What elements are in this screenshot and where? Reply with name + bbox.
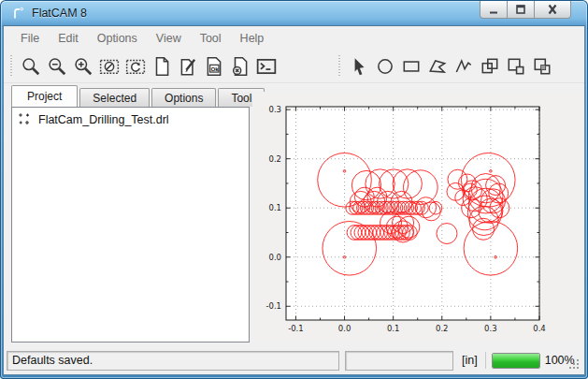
maximize-icon: [513, 3, 528, 16]
progress-fill: [493, 354, 539, 368]
plot-svg: -0.10.00.10.20.30.4-0.10.00.10.20.3: [252, 92, 583, 343]
tab-selected[interactable]: Selected: [79, 88, 150, 107]
svg-text:0.4: 0.4: [533, 324, 546, 333]
menu-tool[interactable]: Tool: [191, 29, 231, 48]
flatcam-logo-icon: [10, 6, 25, 21]
tab-selected-label: Selected: [93, 92, 136, 105]
status-message: Defaults saved.: [12, 354, 93, 367]
select-tool-button[interactable]: [346, 53, 372, 80]
tabbar: Project Selected Options Tool: [11, 85, 266, 107]
subtract-button[interactable]: [503, 53, 529, 80]
svg-text:0.1: 0.1: [387, 324, 400, 333]
menu-file[interactable]: File: [11, 29, 49, 48]
clear-plot-icon: [99, 56, 120, 77]
zoom-out-icon: [47, 56, 67, 77]
zoom-fit-icon: [21, 56, 41, 77]
toolbar: Ok: [4, 50, 584, 83]
toolbar-drag-handle[interactable]: [9, 55, 13, 78]
draw-path-button[interactable]: [451, 53, 477, 80]
draw-path-icon: [453, 56, 474, 77]
delete-object-button[interactable]: [227, 53, 253, 80]
draw-rectangle-icon: [401, 56, 422, 77]
select-icon: [349, 56, 369, 77]
menu-view[interactable]: View: [147, 29, 191, 48]
shell-button[interactable]: [253, 53, 280, 80]
svg-text:-0.1: -0.1: [265, 301, 281, 311]
intersect-icon: [532, 56, 552, 77]
clear-plot-button[interactable]: [96, 53, 122, 80]
tab-options-label: Options: [165, 92, 203, 105]
svg-text:0.3: 0.3: [484, 324, 497, 333]
replot-icon: [125, 56, 146, 77]
window-title: FlatCAM 8: [32, 7, 87, 20]
drill-marks-icon: [18, 112, 32, 126]
close-icon: [545, 3, 560, 16]
zoom-fit-button[interactable]: [18, 53, 44, 80]
zoom-in-icon: [73, 56, 93, 77]
client-area: File Edit Options View Tool Help: [3, 25, 585, 375]
statusbar: Defaults saved. [in] 100%: [4, 346, 584, 374]
tree-item-drill-file[interactable]: FlatCam_Drilling_Test.drl: [12, 108, 249, 128]
svg-text:0.0: 0.0: [268, 253, 281, 262]
units-label: [in]: [462, 354, 478, 367]
draw-rectangle-button[interactable]: [398, 53, 424, 80]
draw-polygon-icon: [427, 56, 448, 77]
svg-text:0.0: 0.0: [338, 324, 351, 333]
menu-edit[interactable]: Edit: [49, 29, 88, 48]
union-icon: [480, 56, 500, 77]
app-window: FlatCAM 8 File Edit Options View Tool He…: [0, 0, 588, 379]
open-project-button[interactable]: [175, 53, 201, 80]
new-project-icon: [151, 56, 172, 77]
save-project-icon: Ok: [204, 56, 224, 77]
zoom-out-button[interactable]: [44, 53, 70, 80]
tree-item-label: FlatCam_Drilling_Test.drl: [38, 113, 169, 126]
toolbar-drag-handle[interactable]: [337, 55, 341, 78]
tab-tool-label: Tool: [231, 92, 251, 105]
draw-circle-button[interactable]: [372, 53, 398, 80]
minimize-button[interactable]: [480, 1, 508, 19]
svg-text:-0.1: -0.1: [288, 324, 304, 333]
menubar: File Edit Options View Tool Help: [4, 26, 584, 50]
new-project-button[interactable]: [149, 53, 175, 80]
zoom-in-button[interactable]: [70, 53, 96, 80]
svg-text:0.3: 0.3: [268, 105, 281, 114]
svg-text:0.2: 0.2: [436, 324, 449, 333]
maximize-button[interactable]: [507, 1, 535, 19]
menu-help[interactable]: Help: [231, 29, 274, 48]
open-project-icon: [178, 56, 198, 77]
progress-bar: [492, 353, 540, 369]
replot-button[interactable]: [122, 53, 149, 80]
project-tree: FlatCam_Drilling_Test.drl: [11, 107, 250, 343]
svg-text:Ok: Ok: [210, 65, 219, 71]
minimize-icon: [486, 3, 501, 16]
tab-project-label: Project: [27, 90, 62, 103]
close-button[interactable]: [534, 1, 571, 19]
delete-object-icon: [230, 56, 251, 77]
draw-circle-icon: [375, 56, 395, 77]
save-project-button[interactable]: Ok: [201, 53, 227, 80]
union-button[interactable]: [477, 53, 503, 80]
status-message-panel: Defaults saved.: [7, 351, 339, 371]
svg-text:0.2: 0.2: [268, 154, 281, 164]
status-separator: [485, 352, 486, 369]
subtract-icon: [506, 56, 526, 77]
resize-grip-icon[interactable]: [567, 357, 581, 371]
titlebar[interactable]: FlatCAM 8: [0, 0, 588, 25]
tab-project[interactable]: Project: [11, 85, 78, 107]
tab-options[interactable]: Options: [151, 88, 216, 107]
plot-canvas[interactable]: -0.10.00.10.20.30.4-0.10.00.10.20.3: [252, 92, 583, 343]
svg-text:0.1: 0.1: [268, 203, 281, 212]
intersect-button[interactable]: [529, 53, 555, 80]
draw-polygon-button[interactable]: [424, 53, 451, 80]
menu-options[interactable]: Options: [88, 29, 147, 48]
status-secondary-panel: [345, 351, 453, 371]
shell-icon: [256, 56, 277, 77]
